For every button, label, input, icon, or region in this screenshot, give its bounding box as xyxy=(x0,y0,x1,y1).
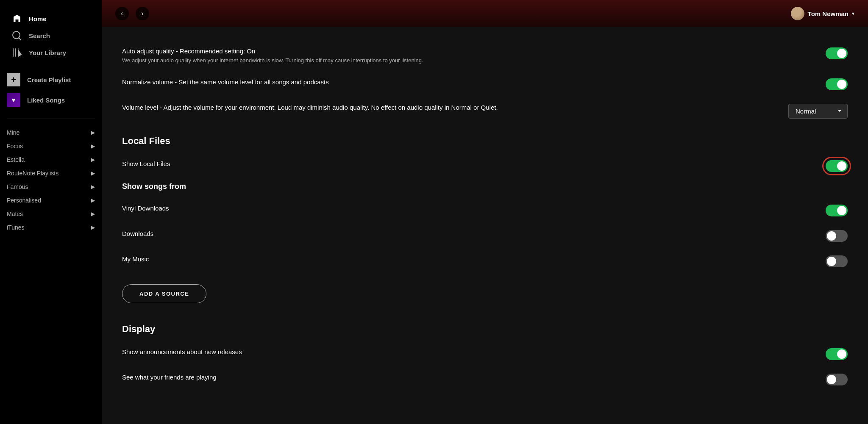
chevron-right-icon: ▶ xyxy=(91,130,95,136)
chevron-right-icon: ▶ xyxy=(91,157,95,163)
downloads-toggle[interactable] xyxy=(826,230,848,242)
sidebar-item-routenote[interactable]: RouteNote Playlists ▶ xyxy=(7,166,95,180)
sidebar-item-mine[interactable]: Mine ▶ xyxy=(7,126,95,139)
sidebar-item-focus[interactable]: Focus ▶ xyxy=(7,139,95,153)
auto-adjust-toggle[interactable] xyxy=(826,47,848,59)
search-icon xyxy=(12,30,22,41)
playlist-focus-label: Focus xyxy=(7,143,23,150)
auto-adjust-label: Auto adjust quality - Recommended settin… xyxy=(122,47,504,55)
my-music-toggle[interactable] xyxy=(826,255,848,267)
playlist-itunes-label: iTunes xyxy=(7,224,25,231)
sidebar-item-mates[interactable]: Mates ▶ xyxy=(7,207,95,221)
sidebar-home-label: Home xyxy=(29,15,47,22)
volume-level-control: Quiet Normal Loud xyxy=(788,104,848,119)
liked-songs-icon: ♥ xyxy=(7,93,20,107)
show-local-files-control xyxy=(826,160,848,172)
sidebar-item-estella[interactable]: Estella ▶ xyxy=(7,153,95,166)
auto-adjust-control xyxy=(826,47,848,59)
avatar xyxy=(791,7,804,20)
downloads-row: Downloads xyxy=(122,223,848,249)
user-name: Tom Newman xyxy=(808,10,849,17)
chevron-right-icon: ▶ xyxy=(91,224,95,230)
show-local-files-toggle-wrapper xyxy=(826,160,848,172)
home-icon xyxy=(12,14,22,24)
create-playlist-button[interactable]: + Create Playlist xyxy=(7,71,95,88)
friends-playing-control xyxy=(826,374,848,385)
normalize-label: Normalize volume - Set the same volume l… xyxy=(122,78,504,86)
announcements-row: Show announcements about new releases xyxy=(122,341,848,367)
vinyl-downloads-row: Vinyl Downloads xyxy=(122,198,848,223)
library-icon xyxy=(12,47,22,58)
add-source-button[interactable]: ADD A SOURCE xyxy=(122,284,206,303)
downloads-label: Downloads xyxy=(122,230,504,237)
sidebar-search-label: Search xyxy=(29,32,50,39)
announcements-label: Show announcements about new releases xyxy=(122,348,504,355)
friends-playing-toggle[interactable] xyxy=(826,374,848,385)
sidebar: Home Search Your Library + Create Playli… xyxy=(0,0,102,424)
show-local-files-row: Show Local Files xyxy=(122,153,848,179)
settings-content: Auto adjust quality - Recommended settin… xyxy=(102,27,868,424)
normalize-row: Normalize volume - Set the same volume l… xyxy=(122,72,848,97)
sidebar-nav: Home Search Your Library xyxy=(0,0,102,64)
create-playlist-icon: + xyxy=(7,73,20,86)
liked-songs-label: Liked Songs xyxy=(27,97,65,104)
playlist-personalised-label: Personalised xyxy=(7,197,41,204)
chevron-right-icon: ▶ xyxy=(91,211,95,217)
chevron-right-icon: ▶ xyxy=(91,184,95,190)
playlist-mates-label: Mates xyxy=(7,211,23,217)
volume-level-row: Volume level - Adjust the volume for you… xyxy=(122,97,848,125)
friends-playing-row: See what your friends are playing xyxy=(122,367,848,392)
sidebar-item-home[interactable]: Home xyxy=(7,10,95,27)
vinyl-downloads-label: Vinyl Downloads xyxy=(122,205,504,212)
sidebar-playlists: Mine ▶ Focus ▶ Estella ▶ RouteNote Playl… xyxy=(0,122,102,424)
sidebar-divider xyxy=(7,119,95,119)
sidebar-item-famous[interactable]: Famous ▶ xyxy=(7,180,95,194)
display-section-header: Display xyxy=(122,324,848,335)
create-playlist-label: Create Playlist xyxy=(27,76,71,83)
playlist-routenote-label: RouteNote Playlists xyxy=(7,170,58,177)
sidebar-item-search[interactable]: Search xyxy=(7,27,95,44)
sidebar-library-label: Your Library xyxy=(29,49,66,56)
main-area: ‹ › Tom Newman ▾ Auto adjust quality - R… xyxy=(102,0,868,424)
vinyl-downloads-control xyxy=(826,205,848,216)
avatar-image xyxy=(791,7,804,20)
topbar-nav: ‹ › xyxy=(115,7,149,20)
topbar: ‹ › Tom Newman ▾ xyxy=(102,0,868,27)
forward-button[interactable]: › xyxy=(136,7,149,20)
playlist-famous-label: Famous xyxy=(7,183,28,190)
show-local-files-label: Show Local Files xyxy=(122,160,504,167)
playlist-estella-label: Estella xyxy=(7,156,25,163)
friends-playing-label: See what your friends are playing xyxy=(122,374,504,381)
my-music-control xyxy=(826,255,848,267)
sidebar-actions: + Create Playlist ♥ Liked Songs xyxy=(0,64,102,115)
user-menu[interactable]: Tom Newman ▾ xyxy=(791,7,854,20)
auto-adjust-row: Auto adjust quality - Recommended settin… xyxy=(122,41,848,72)
sidebar-item-itunes[interactable]: iTunes ▶ xyxy=(7,221,95,234)
chevron-right-icon: ▶ xyxy=(91,197,95,203)
user-chevron-icon: ▾ xyxy=(852,11,854,17)
announcements-toggle[interactable] xyxy=(826,348,848,360)
sidebar-item-personalised[interactable]: Personalised ▶ xyxy=(7,194,95,207)
back-button[interactable]: ‹ xyxy=(115,7,129,20)
liked-songs-button[interactable]: ♥ Liked Songs xyxy=(7,91,95,108)
downloads-control xyxy=(826,230,848,242)
auto-adjust-desc: We adjust your audio quality when your i… xyxy=(122,56,504,65)
add-source-section: ADD A SOURCE xyxy=(122,274,848,313)
show-local-files-toggle[interactable] xyxy=(826,160,848,172)
normalize-toggle[interactable] xyxy=(826,78,848,90)
sidebar-item-library[interactable]: Your Library xyxy=(7,44,95,61)
show-songs-from-header: Show songs from xyxy=(122,182,848,191)
chevron-right-icon: ▶ xyxy=(91,143,95,149)
normalize-control xyxy=(826,78,848,90)
playlist-mine-label: Mine xyxy=(7,129,19,136)
my-music-row: My Music xyxy=(122,249,848,274)
volume-level-select[interactable]: Quiet Normal Loud xyxy=(788,104,848,119)
my-music-label: My Music xyxy=(122,255,504,263)
announcements-control xyxy=(826,348,848,360)
volume-level-label: Volume level - Adjust the volume for you… xyxy=(122,104,504,111)
chevron-right-icon: ▶ xyxy=(91,170,95,176)
local-files-section-header: Local Files xyxy=(122,136,848,147)
vinyl-downloads-toggle[interactable] xyxy=(826,205,848,216)
